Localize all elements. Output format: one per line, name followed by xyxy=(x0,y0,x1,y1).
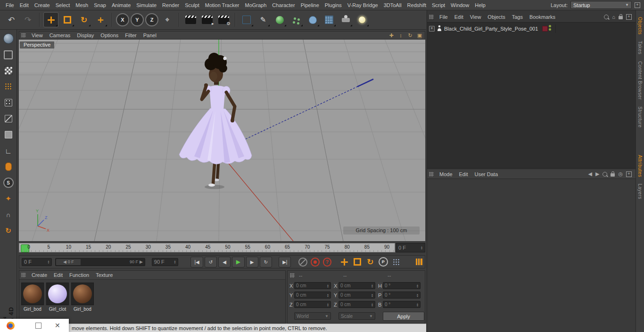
axis-mode-button[interactable]: ∟ xyxy=(1,144,16,158)
simulate-button[interactable] xyxy=(305,12,320,27)
menu-vray-bridge[interactable]: V-Ray Bridge xyxy=(345,1,381,9)
next-frame-button[interactable]: ▶ xyxy=(246,257,258,267)
window-square-icon[interactable] xyxy=(35,323,41,329)
menu-mesh[interactable]: Mesh xyxy=(73,1,91,9)
workplane-mode-button[interactable] xyxy=(1,80,16,94)
render-visibility-dot[interactable] xyxy=(549,28,551,31)
rotate-view-icon[interactable]: ↻ xyxy=(407,32,413,39)
menu-motion-tracker[interactable]: Motion Tracker xyxy=(202,1,242,9)
lock-x-axis-button[interactable]: X xyxy=(116,12,129,27)
undo-button[interactable]: ↶ xyxy=(4,12,19,27)
size-z-field[interactable]: 0 cm▲▼ xyxy=(339,301,375,308)
fields-button[interactable] xyxy=(289,12,304,27)
goto-end-button[interactable]: ▶| xyxy=(279,257,291,267)
range-end-field[interactable]: 90 F ▲▼ xyxy=(152,258,179,266)
key-point-level-button[interactable] xyxy=(390,257,401,267)
key-scale-button[interactable] xyxy=(352,257,363,267)
object-row[interactable]: + Black_Child_Girl_Party_Style_Pose_001 xyxy=(429,24,634,33)
zoom-view-icon[interactable]: ↕ xyxy=(397,32,404,38)
menu-edit[interactable]: Edit xyxy=(17,1,32,9)
viewport-menu-panel[interactable]: Panel xyxy=(140,32,159,39)
size-x-field[interactable]: 0 cm▲▼ xyxy=(339,282,375,289)
attributes-menu-userdata[interactable]: User Data xyxy=(472,171,501,178)
target-icon[interactable]: ◎ xyxy=(618,171,623,177)
material-item[interactable]: Girl_bod xyxy=(71,283,94,312)
home-icon[interactable]: ⌂ xyxy=(612,14,615,20)
tab-layers[interactable]: Layers xyxy=(637,184,643,199)
menu-pipeline[interactable]: Pipeline xyxy=(298,1,322,9)
toggle-view-icon[interactable]: ▣ xyxy=(416,32,423,39)
primitive-cube-button[interactable] xyxy=(239,12,254,27)
browser-icon[interactable] xyxy=(7,322,15,330)
viewport-solo-button[interactable]: ✦ xyxy=(1,192,16,206)
menu-help[interactable]: Help xyxy=(472,1,488,9)
search-icon[interactable] xyxy=(603,172,607,177)
light-button[interactable] xyxy=(355,12,370,27)
menu-select[interactable]: Select xyxy=(53,1,73,9)
menu-render[interactable]: Render xyxy=(159,1,182,9)
material-item[interactable]: Girl_bod xyxy=(21,283,44,312)
next-key-button[interactable]: ↻ xyxy=(260,257,272,267)
rotate-workplane-button[interactable]: ↻ xyxy=(1,224,16,238)
key-parameter-button[interactable]: P xyxy=(378,257,388,267)
pos-x-field[interactable]: 0 cm▲▼ xyxy=(294,282,331,289)
redo-button[interactable]: ↷ xyxy=(20,12,35,27)
play-button[interactable]: ▶ xyxy=(232,257,244,267)
viewport-canvas[interactable]: Y X Z Grid Spacing : 100 cm Perspective xyxy=(19,40,425,241)
panel-handle-icon[interactable] xyxy=(21,33,26,38)
menu-sculpt[interactable]: Sculpt xyxy=(182,1,202,9)
lock-y-axis-button[interactable]: Y xyxy=(131,12,144,27)
material-item[interactable]: Girl_clot xyxy=(46,283,69,312)
key-position-button[interactable] xyxy=(339,257,350,267)
keyframe-selection-button[interactable]: ? xyxy=(323,258,332,267)
menu-redshift[interactable]: Redshift xyxy=(405,1,429,9)
add-panel-icon[interactable]: + xyxy=(626,171,632,177)
animation-palette-button[interactable] xyxy=(414,257,425,267)
lock-icon[interactable] xyxy=(611,173,615,177)
record-button[interactable] xyxy=(298,258,307,267)
attributes-menu-edit[interactable]: Edit xyxy=(456,171,471,178)
tab-attributes[interactable]: Attributes xyxy=(637,155,643,177)
range-slider-handle[interactable]: ◀ 0 F xyxy=(56,259,81,265)
move-tool-button[interactable] xyxy=(43,12,58,27)
current-frame-spinner[interactable]: 0 F ▲▼ xyxy=(396,243,425,252)
menu-snap[interactable]: Snap xyxy=(91,1,109,9)
volume-button[interactable] xyxy=(322,12,337,27)
menu-file[interactable]: File xyxy=(3,1,17,9)
menu-script[interactable]: Script xyxy=(429,1,448,9)
camera-label[interactable]: Perspective xyxy=(20,41,54,49)
stepper-icon[interactable]: ▲▼ xyxy=(174,260,176,264)
rot-b-field[interactable]: 0 °▲▼ xyxy=(383,301,421,308)
size-y-field[interactable]: 0 cm▲▼ xyxy=(339,292,375,299)
rotate-tool-button[interactable]: ↻ xyxy=(76,12,91,27)
objects-menu-edit[interactable]: Edit xyxy=(452,14,466,20)
tab-objects[interactable]: Objects xyxy=(637,17,643,34)
editor-visibility-dot[interactable] xyxy=(549,25,551,27)
viewport-menu-filter[interactable]: Filter xyxy=(122,32,139,39)
scale-tool-button[interactable] xyxy=(60,12,75,27)
objects-menu-tags[interactable]: Tags xyxy=(509,14,526,20)
stepper-icon[interactable]: ▲▼ xyxy=(47,260,50,264)
range-start-field[interactable]: 0 F ▲▼ xyxy=(22,258,52,266)
autokey-button[interactable] xyxy=(311,258,320,267)
stepper-icon[interactable]: ▲▼ xyxy=(421,246,423,250)
viewport-menu-display[interactable]: Display xyxy=(74,32,97,39)
timeline-ruler[interactable]: 0 5 10 15 20 25 30 35 40 45 50 55 60 65 … xyxy=(19,243,395,252)
previous-frame-button[interactable]: ◀ xyxy=(218,257,231,267)
apply-button[interactable]: Apply xyxy=(383,312,424,321)
viewport-menu-cameras[interactable]: Cameras xyxy=(47,32,74,39)
lock-z-axis-button[interactable]: Z xyxy=(145,12,158,27)
tab-content-browser[interactable]: Content Browser xyxy=(637,61,643,100)
object-name[interactable]: Black_Child_Girl_Party_Style_Pose_001 xyxy=(444,26,538,32)
render-picture-viewer-button[interactable]: ▸ xyxy=(199,12,215,27)
render-view-button[interactable] xyxy=(183,12,198,27)
panel-handle-icon[interactable] xyxy=(429,15,434,19)
render-settings-button[interactable]: ⚙ xyxy=(216,12,231,27)
materials-menu-edit[interactable]: Edit xyxy=(51,272,66,278)
last-tool-button[interactable] xyxy=(93,12,108,27)
expand-icon[interactable]: + xyxy=(429,26,435,32)
frame-range-slider[interactable]: ◀ 0 F 90 F ▶ xyxy=(55,258,145,266)
materials-menu-function[interactable]: Function xyxy=(66,272,92,278)
snap-settings-button[interactable]: ∩ xyxy=(1,208,16,222)
materials-menu-texture[interactable]: Texture xyxy=(93,272,116,278)
